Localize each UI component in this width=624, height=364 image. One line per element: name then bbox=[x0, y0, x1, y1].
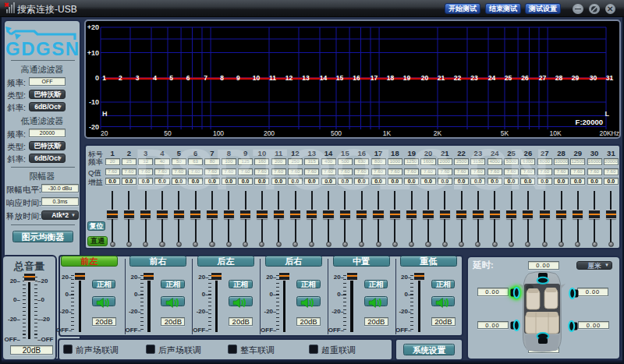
svg-text:29: 29 bbox=[572, 74, 580, 82]
svg-text:200: 200 bbox=[264, 129, 275, 137]
svg-text:14: 14 bbox=[320, 74, 328, 82]
svg-text:1: 1 bbox=[102, 74, 106, 82]
svg-text:20KHz: 20KHz bbox=[599, 129, 619, 137]
svg-text:28: 28 bbox=[555, 74, 563, 82]
svg-text:27: 27 bbox=[539, 74, 547, 82]
svg-text:+20: +20 bbox=[87, 23, 99, 31]
svg-text:F:20000: F:20000 bbox=[576, 118, 603, 126]
svg-text:H: H bbox=[102, 110, 108, 118]
svg-text:8: 8 bbox=[220, 74, 224, 82]
svg-text:1K: 1K bbox=[383, 129, 392, 137]
svg-text:15: 15 bbox=[336, 74, 344, 82]
svg-text:L: L bbox=[605, 110, 610, 118]
svg-text:24: 24 bbox=[488, 74, 496, 82]
svg-text:25: 25 bbox=[505, 74, 512, 82]
svg-text:500: 500 bbox=[331, 129, 342, 137]
svg-text:19: 19 bbox=[403, 74, 411, 82]
svg-text:4: 4 bbox=[153, 74, 157, 82]
svg-text:12: 12 bbox=[285, 74, 293, 82]
svg-text:-10: -10 bbox=[89, 98, 99, 106]
svg-text:13: 13 bbox=[302, 74, 310, 82]
svg-text:26: 26 bbox=[521, 74, 529, 82]
svg-text:9: 9 bbox=[236, 74, 240, 82]
svg-text:0: 0 bbox=[95, 74, 99, 82]
svg-text:18: 18 bbox=[387, 74, 395, 82]
svg-text:21: 21 bbox=[438, 74, 445, 82]
svg-text:10K: 10K bbox=[549, 129, 561, 137]
svg-text:20: 20 bbox=[421, 74, 429, 82]
svg-text:31: 31 bbox=[606, 74, 614, 82]
svg-text:2K: 2K bbox=[434, 129, 442, 137]
svg-text:30: 30 bbox=[590, 74, 597, 82]
svg-text:16: 16 bbox=[353, 74, 360, 82]
svg-text:+10: +10 bbox=[87, 49, 99, 57]
svg-text:22: 22 bbox=[454, 74, 462, 82]
svg-text:5K: 5K bbox=[501, 129, 509, 137]
svg-text:6: 6 bbox=[186, 74, 190, 82]
svg-text:GDGSN: GDGSN bbox=[5, 38, 79, 59]
svg-text:100: 100 bbox=[213, 129, 224, 137]
svg-text:2: 2 bbox=[119, 74, 122, 82]
svg-text:7: 7 bbox=[204, 74, 207, 82]
svg-text:-20: -20 bbox=[89, 123, 99, 131]
svg-text:20: 20 bbox=[101, 129, 108, 137]
svg-text:23: 23 bbox=[470, 74, 478, 82]
svg-text:17: 17 bbox=[370, 74, 378, 82]
svg-text:5: 5 bbox=[169, 74, 173, 82]
svg-text:3: 3 bbox=[136, 74, 140, 82]
svg-text:11: 11 bbox=[269, 74, 276, 82]
svg-text:10: 10 bbox=[253, 74, 261, 82]
svg-text:50: 50 bbox=[164, 129, 172, 137]
